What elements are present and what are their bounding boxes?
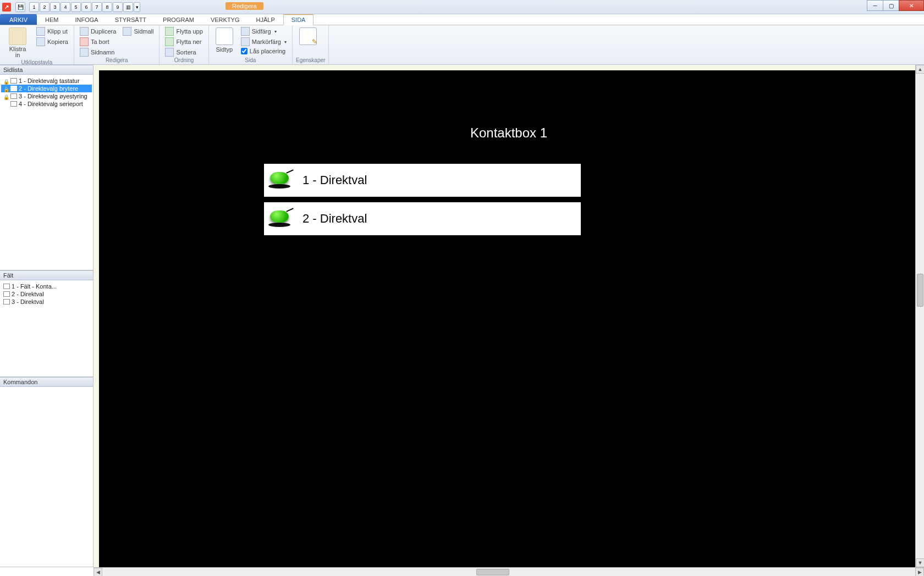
marker-icon xyxy=(241,37,250,46)
scroll-thumb[interactable] xyxy=(476,569,509,575)
artboard[interactable]: Kontaktbox 1 1 - Direktval 2 - Direktval xyxy=(99,70,919,567)
sort-button[interactable]: Sortera xyxy=(163,47,205,57)
artboard-field-row[interactable]: 2 - Direktval xyxy=(264,202,581,235)
field-list-item[interactable]: 2 - Direktval xyxy=(1,290,92,298)
qat-num-9[interactable]: 9 xyxy=(113,2,123,12)
group-label-order: Ordning xyxy=(163,57,205,64)
field-list-item[interactable]: 1 - Fält - Konta... xyxy=(1,283,92,290)
page-list-item[interactable]: 1 - Direktevalg tastatur xyxy=(1,77,92,85)
page-icon xyxy=(10,86,17,91)
page-list-item[interactable]: 4 - Direktevalg serieport xyxy=(1,100,92,108)
sort-label: Sortera xyxy=(176,49,196,56)
qat-save-icon[interactable]: 💾 xyxy=(15,2,25,12)
horizontal-scrollbar[interactable]: ◀ ▶ xyxy=(94,567,924,576)
ribbon-tab-strip: ARKIV HEM INFOGA STYRSÄTT PROGRAM VERKTY… xyxy=(0,14,924,25)
field-item-label: 3 - Direktval xyxy=(12,298,44,305)
vertical-scrollbar[interactable]: ▲ ▼ xyxy=(915,65,924,567)
delete-button[interactable]: Ta bort xyxy=(78,37,118,47)
markcolor-button[interactable]: Markörfärg▾ xyxy=(239,37,289,47)
qat-num-7[interactable]: 7 xyxy=(92,2,102,12)
pagetype-button[interactable]: Sidtyp xyxy=(212,26,237,54)
cut-label: Klipp ut xyxy=(47,28,68,35)
field-list-item[interactable]: 3 - Direktval xyxy=(1,298,92,306)
qat-num-6[interactable]: 6 xyxy=(81,2,91,12)
qat-num-1[interactable]: 1 xyxy=(29,2,39,12)
duplicate-icon xyxy=(80,27,89,36)
chevron-down-icon: ▾ xyxy=(284,40,287,45)
movedown-button[interactable]: Flytta ner xyxy=(163,37,205,47)
contextual-tab-label: Redigera xyxy=(226,2,263,10)
scroll-left-button[interactable]: ◀ xyxy=(94,568,102,576)
scroll-track[interactable] xyxy=(102,568,915,576)
rename-icon xyxy=(80,48,89,57)
copy-button[interactable]: Kopiera xyxy=(34,37,70,47)
artboard-field-row[interactable]: 1 - Direktval xyxy=(264,164,581,197)
scroll-right-button[interactable]: ▶ xyxy=(915,568,924,576)
pagecolor-button[interactable]: Sidfärg▾ xyxy=(239,26,289,36)
template-button[interactable]: Sidmall xyxy=(120,26,156,36)
page-item-label: 3 - Direktevalg øyestyring xyxy=(19,93,87,99)
page-item-label: 1 - Direktevalg tastatur xyxy=(19,77,80,84)
lock-icon xyxy=(3,93,9,99)
panel-header-sidlista: Sidlista xyxy=(0,65,93,75)
arrow-up-icon xyxy=(165,27,174,36)
qat-num-5[interactable]: 5 xyxy=(71,2,81,12)
lock-icon xyxy=(3,78,9,84)
artboard-title-field[interactable]: Kontaktbox 1 xyxy=(470,125,547,141)
tab-styrsatt[interactable]: STYRSÄTT xyxy=(107,14,155,25)
tab-verktyg[interactable]: VERKTYG xyxy=(202,14,248,25)
group-label-edit: Redigera xyxy=(78,57,156,64)
panel-header-falt: Fält xyxy=(0,270,93,280)
panel-kommandon xyxy=(0,387,93,567)
qat-num-3[interactable]: 3 xyxy=(50,2,60,12)
scroll-down-button[interactable]: ▼ xyxy=(916,558,924,567)
page-item-label: 4 - Direktevalg serieport xyxy=(19,101,83,107)
panel-sidlista: 1 - Direktevalg tastatur 2 - Direktevalg… xyxy=(0,75,93,270)
main-area: Sidlista 1 - Direktevalg tastatur 2 - Di… xyxy=(0,65,924,567)
page-list-item[interactable]: 3 - Direktevalg øyestyring xyxy=(1,92,92,100)
ribbon-group-order: Flytta upp Flytta ner Sortera Ordning xyxy=(160,25,208,64)
tab-hem[interactable]: HEM xyxy=(37,14,67,25)
lock-checkbox[interactable] xyxy=(241,48,248,54)
qat-num-2[interactable]: 2 xyxy=(40,2,50,12)
properties-button[interactable]: ✎ xyxy=(296,26,320,47)
minimize-button[interactable]: ─ xyxy=(867,0,883,11)
paste-label: Klistra in xyxy=(7,46,29,58)
qat-num-8[interactable]: 8 xyxy=(102,2,112,12)
ribbon-group-page: Sidtyp Sidfärg▾ Markörfärg▾ Lås placerin… xyxy=(209,25,293,64)
page-item-label: 2 - Direktevalg brytere xyxy=(19,85,78,92)
artboard-field-label: 2 - Direktval xyxy=(302,212,367,226)
arrow-down-icon xyxy=(165,37,174,46)
lock-position-checkbox[interactable]: Lås placering xyxy=(239,47,289,55)
maximize-button[interactable]: ▢ xyxy=(883,0,899,11)
scissors-icon xyxy=(36,27,45,36)
scroll-up-button[interactable]: ▲ xyxy=(916,65,924,74)
scroll-thumb[interactable] xyxy=(917,274,923,307)
sidebar: Sidlista 1 - Direktevalg tastatur 2 - Di… xyxy=(0,65,94,567)
lock-icon xyxy=(3,101,9,107)
editor-area: Kontaktbox 1 1 - Direktval 2 - Direktval… xyxy=(94,65,924,567)
paste-button[interactable]: Klistra in xyxy=(3,26,32,59)
pagecolor-label: Sidfärg xyxy=(252,28,271,35)
group-label-properties: Egenskaper xyxy=(296,57,325,64)
close-button[interactable]: ✕ xyxy=(899,0,924,11)
qat-customize-icon[interactable]: ▾ xyxy=(134,2,140,12)
field-icon xyxy=(3,291,10,297)
artboard-field-label: 1 - Direktval xyxy=(302,173,367,187)
moveup-button[interactable]: Flytta upp xyxy=(163,26,205,36)
tab-hjalp[interactable]: HJÄLP xyxy=(248,14,283,25)
app-icon: ↗ xyxy=(2,3,11,12)
template-icon xyxy=(123,27,131,36)
lock-label: Lås placering xyxy=(250,48,285,54)
rename-button[interactable]: Sidnamn xyxy=(78,47,118,57)
page-list-item[interactable]: 2 - Direktevalg brytere xyxy=(1,85,92,92)
qat-num-4[interactable]: 4 xyxy=(61,2,70,12)
movedown-label: Flytta ner xyxy=(176,38,201,45)
tab-infoga[interactable]: INFOGA xyxy=(67,14,106,25)
duplicate-button[interactable]: Duplicera xyxy=(78,26,118,36)
tab-sida[interactable]: SIDA xyxy=(283,14,314,25)
tab-file[interactable]: ARKIV xyxy=(0,14,37,25)
cut-button[interactable]: Klipp ut xyxy=(34,26,70,36)
qat-page-icon[interactable]: ▥ xyxy=(123,2,133,12)
tab-program[interactable]: PROGRAM xyxy=(155,14,202,25)
